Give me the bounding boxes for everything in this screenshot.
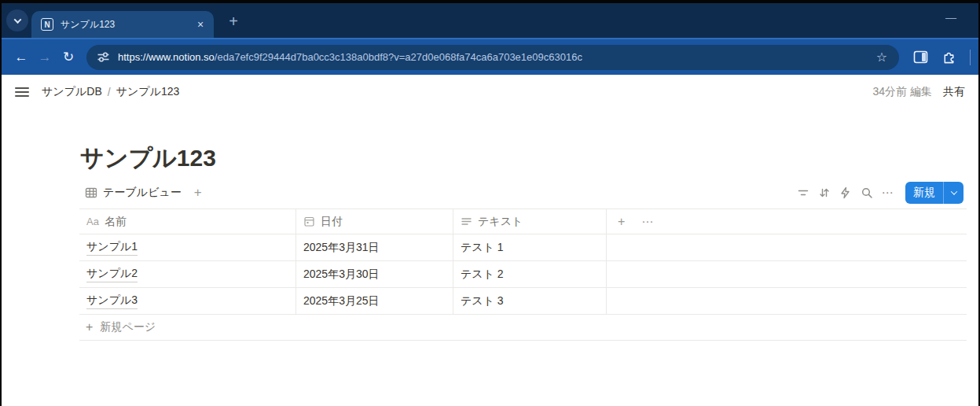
browser-tab[interactable]: N サンプル123 × xyxy=(31,11,214,38)
sidebar-toggle-icon[interactable] xyxy=(15,87,29,97)
cell-date[interactable]: 2025年3月25日 xyxy=(296,288,453,314)
chevron-down-icon xyxy=(950,188,956,194)
tab-strip: N サンプル123 × + — xyxy=(2,3,978,38)
url-text: https://www.notion.so/eda7efc9f29444d7ba… xyxy=(118,51,874,63)
calendar-icon xyxy=(303,216,315,227)
table-row[interactable]: サンプル2 2025年3月30日 テスト 2 xyxy=(79,261,967,288)
new-record-dropdown[interactable] xyxy=(943,182,963,204)
extensions-puzzle-icon[interactable] xyxy=(940,49,957,66)
cell-date[interactable]: 2025年3月30日 xyxy=(296,261,453,287)
sort-icon[interactable] xyxy=(813,183,835,202)
new-record-button[interactable]: 新規 xyxy=(905,182,963,204)
cell-name[interactable]: サンプル2 xyxy=(79,261,296,287)
notion-favicon-icon: N xyxy=(41,18,53,31)
search-icon[interactable] xyxy=(856,183,877,202)
plus-icon: + xyxy=(86,320,93,334)
view-bar: テーブルビュー + xyxy=(79,181,963,205)
edited-timestamp: 34分前 編集 xyxy=(873,85,932,99)
view-tab-label: テーブルビュー xyxy=(103,186,182,200)
column-label: テキスト xyxy=(478,215,523,229)
forward-button[interactable]: → xyxy=(33,46,57,69)
breadcrumb-separator: / xyxy=(108,86,111,98)
text-lines-icon xyxy=(461,216,472,227)
cell-text[interactable]: テスト 2 xyxy=(453,261,607,287)
notion-page: サンプルDB / サンプル123 34分前 編集 共有 サンプル123 テーブル… xyxy=(2,75,978,406)
cell-text[interactable]: テスト 1 xyxy=(453,234,607,260)
column-header-text[interactable]: テキスト xyxy=(453,209,607,234)
column-label: 名前 xyxy=(105,215,127,229)
chevron-down-icon xyxy=(13,16,21,24)
side-panel-button[interactable] xyxy=(912,49,929,66)
notion-topbar: サンプルDB / サンプル123 34分前 編集 共有 xyxy=(2,75,978,109)
title-property-icon: Aa xyxy=(86,216,99,227)
table-row[interactable]: サンプル1 2025年3月31日 テスト 1 xyxy=(79,234,967,261)
address-bar[interactable]: https://www.notion.so/eda7efc9f29444d7ba… xyxy=(86,45,899,70)
cell-date[interactable]: 2025年3月31日 xyxy=(296,234,453,260)
bookmark-star-icon[interactable]: ☆ xyxy=(874,50,890,65)
filter-icon[interactable] xyxy=(792,183,813,202)
table-header-row: Aa 名前 日付 xyxy=(79,209,967,234)
tab-close-icon[interactable]: × xyxy=(193,17,207,31)
toolbar-separator xyxy=(970,50,971,65)
browser-toolbar: ← → ↻ https://www.notion.so/eda7efc9f294… xyxy=(2,38,978,75)
window-minimize-button[interactable]: — xyxy=(945,11,956,24)
view-more-icon[interactable]: ⋯ xyxy=(877,183,898,202)
url-origin: https://www.notion.so xyxy=(118,51,215,63)
breadcrumb-page[interactable]: サンプル123 xyxy=(116,85,180,99)
add-view-button[interactable]: + xyxy=(194,185,202,201)
share-button[interactable]: 共有 xyxy=(943,85,965,99)
column-label: 日付 xyxy=(321,215,343,229)
table-options-icon[interactable]: ⋯ xyxy=(641,215,654,229)
cell-name[interactable]: サンプル1 xyxy=(79,234,296,260)
cell-name[interactable]: サンプル3 xyxy=(79,288,296,314)
automation-zap-icon[interactable] xyxy=(835,183,856,202)
cell-text[interactable]: テスト 3 xyxy=(453,288,607,314)
database-table: Aa 名前 日付 xyxy=(79,209,967,341)
add-column-button[interactable]: + xyxy=(618,215,625,229)
tab-search-button[interactable] xyxy=(6,9,28,31)
new-page-label: 新規ページ xyxy=(100,320,156,334)
tab-table-view[interactable]: テーブルビュー xyxy=(79,186,182,200)
back-button[interactable]: ← xyxy=(9,46,33,69)
reload-button[interactable]: ↻ xyxy=(57,46,80,69)
table-row[interactable]: サンプル3 2025年3月25日 テスト 3 xyxy=(79,288,967,315)
site-settings-icon[interactable] xyxy=(97,50,110,64)
new-record-label[interactable]: 新規 xyxy=(905,182,943,204)
page-title[interactable]: サンプル123 xyxy=(80,144,963,172)
browser-window: N サンプル123 × + — ← → ↻ https://www.notion… xyxy=(0,0,980,406)
new-tab-button[interactable]: + xyxy=(224,12,243,31)
tab-title: サンプル123 xyxy=(61,18,193,31)
add-column-area: + ⋯ xyxy=(607,209,967,234)
breadcrumb-database[interactable]: サンプルDB xyxy=(42,85,102,99)
table-view-icon xyxy=(85,186,97,199)
column-header-name[interactable]: Aa 名前 xyxy=(79,209,296,234)
new-page-row[interactable]: + 新規ページ xyxy=(79,315,967,341)
url-path: /eda7efc9f29444d7ba0cc3c138a0bdf8?v=a27d… xyxy=(215,51,582,63)
column-header-date[interactable]: 日付 xyxy=(296,209,453,234)
